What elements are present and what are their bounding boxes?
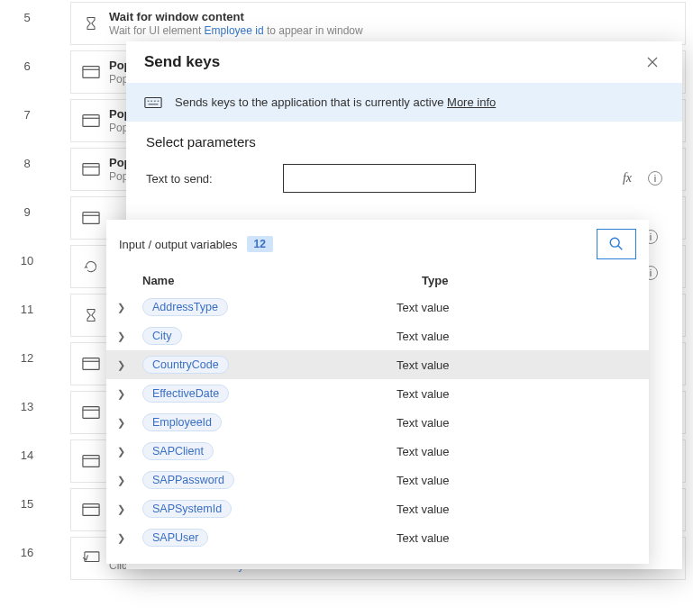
variable-pill[interactable]: SAPSystemId: [142, 500, 232, 518]
info-text: Sends keys to the application that is cu…: [175, 95, 496, 109]
variable-type: Text value: [397, 358, 636, 372]
variable-row[interactable]: ❯ SAPClient Text value: [106, 437, 649, 466]
variable-row[interactable]: ❯ City Text value: [106, 322, 649, 350]
window-icon: [82, 454, 100, 468]
variable-pill[interactable]: CountryCode: [142, 356, 229, 374]
variable-pill[interactable]: SAPPassword: [142, 471, 234, 489]
info-bar: Sends keys to the application that is cu…: [126, 83, 682, 122]
fx-button[interactable]: fx: [623, 171, 632, 186]
variable-type: Text value: [397, 503, 636, 516]
step-title: Wait for window content: [109, 10, 674, 23]
variables-header: Input / output variables 12: [106, 220, 649, 268]
variable-row[interactable]: ❯ SAPSystemId Text value: [106, 494, 649, 523]
section-title: Select parameters: [146, 134, 662, 149]
step-number: 15: [11, 486, 43, 511]
step-number: 10: [11, 243, 43, 267]
text-to-send-input[interactable]: [283, 164, 476, 193]
col-type-header: Type: [422, 274, 636, 287]
variable-type: Text value: [397, 416, 636, 430]
step-number: 14: [11, 438, 43, 462]
window-icon: [82, 162, 100, 177]
step-number: 7: [11, 97, 43, 122]
variable-type: Text value: [397, 387, 636, 401]
variable-row[interactable]: ❯ EmployeeId Text value: [106, 408, 649, 437]
chevron-right-icon[interactable]: ❯: [117, 331, 142, 342]
chevron-right-icon[interactable]: ❯: [117, 302, 142, 313]
refresh-icon: [82, 259, 100, 274]
window-icon: [82, 357, 100, 371]
dialog-header: Send keys: [126, 41, 682, 83]
window-icon: [82, 65, 100, 79]
chevron-right-icon[interactable]: ❯: [117, 475, 142, 486]
variable-type: Text value: [397, 330, 636, 343]
step-number: 6: [11, 49, 43, 73]
variable-pill[interactable]: City: [142, 327, 182, 345]
param-label: Text to send:: [146, 172, 272, 186]
window-icon: [82, 405, 100, 420]
param-info-icon[interactable]: i: [648, 171, 662, 186]
chevron-right-icon[interactable]: ❯: [117, 532, 142, 544]
chevron-right-icon[interactable]: ❯: [117, 359, 142, 371]
window-icon: [82, 113, 100, 128]
variable-pill[interactable]: SAPUser: [142, 529, 208, 547]
hourglass-icon: [82, 308, 100, 322]
variables-columns-header: Name Type: [106, 268, 649, 293]
step-number: 12: [11, 340, 43, 365]
variable-pill[interactable]: EmployeeId: [142, 413, 222, 431]
dialog-title: Send keys: [144, 53, 220, 71]
variable-type: Text value: [397, 474, 636, 487]
col-name-header: Name: [142, 274, 422, 287]
chevron-right-icon[interactable]: ❯: [117, 388, 142, 400]
step-number: 11: [11, 292, 43, 316]
search-button[interactable]: [597, 229, 636, 259]
close-button[interactable]: [641, 52, 664, 72]
variable-row[interactable]: ❯ CountryCode Text value: [106, 350, 649, 379]
variable-row[interactable]: ❯ SAPPassword Text value: [106, 466, 649, 494]
variables-panel: Input / output variables 12 Name Type ❯ …: [106, 220, 649, 564]
variables-count-badge: 12: [247, 236, 273, 252]
step-link[interactable]: Employee id: [205, 24, 264, 37]
more-info-link[interactable]: More info: [447, 95, 496, 109]
dialog-body: Select parameters Text to send: fx i: [126, 122, 682, 205]
step-number: 8: [11, 146, 43, 170]
variable-type: Text value: [397, 301, 636, 314]
window-icon: [82, 503, 100, 517]
variable-row[interactable]: ❯ AddressType Text value: [106, 293, 649, 322]
step-number: 13: [11, 389, 43, 413]
step-number: 5: [11, 0, 43, 24]
variable-row[interactable]: ❯ SAPUser Text value: [106, 523, 649, 552]
step-subtitle: Wait for UI element Employee id to appea…: [109, 24, 674, 37]
step-number: 9: [11, 195, 43, 219]
variable-type: Text value: [397, 445, 636, 458]
variable-pill[interactable]: SAPClient: [142, 442, 214, 460]
param-row-text-to-send: Text to send: fx i: [146, 164, 662, 193]
window-icon: [82, 211, 100, 225]
step-card[interactable]: Wait for window contentWait for UI eleme…: [70, 2, 686, 45]
keyboard-icon: [144, 96, 162, 109]
hourglass-icon: [82, 16, 100, 31]
variable-pill[interactable]: AddressType: [142, 298, 228, 316]
step-number: 16: [11, 535, 43, 559]
variables-heading: Input / output variables: [119, 238, 238, 251]
chevron-right-icon[interactable]: ❯: [117, 503, 142, 515]
click-icon: [82, 551, 100, 566]
variable-pill[interactable]: EffectiveDate: [142, 385, 229, 403]
variable-type: Text value: [397, 531, 636, 545]
chevron-right-icon[interactable]: ❯: [117, 417, 142, 429]
chevron-right-icon[interactable]: ❯: [117, 446, 142, 457]
variables-list[interactable]: ❯ AddressType Text value ❯ City Text val…: [106, 293, 649, 564]
variable-row[interactable]: ❯ EffectiveDate Text value: [106, 379, 649, 408]
